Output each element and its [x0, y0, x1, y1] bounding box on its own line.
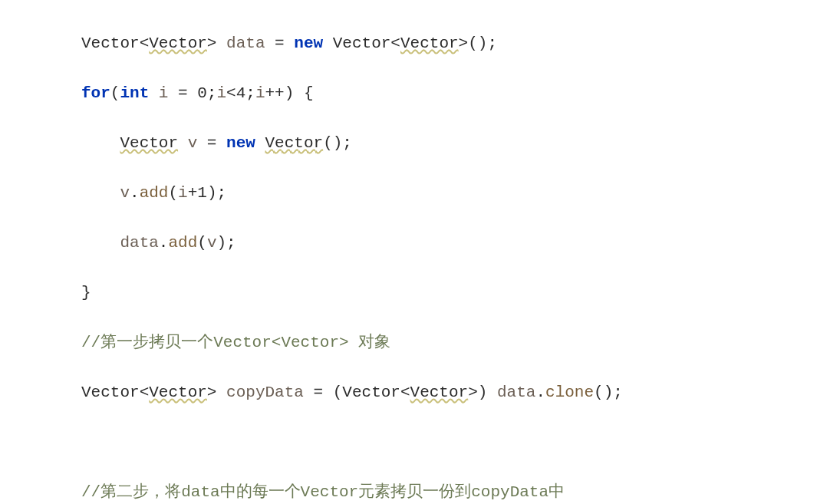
code-line: data.add(v);	[0, 231, 840, 256]
code-line: v.add(i+1);	[0, 181, 840, 206]
code-editor[interactable]: Vector<Vector> data = new Vector<Vector>…	[0, 0, 840, 504]
code-line: Vector<Vector> data = new Vector<Vector>…	[0, 31, 840, 57]
code-line-comment: //第二步，将data中的每一个Vector元素拷贝一份到copyData中	[0, 480, 840, 504]
code-line-comment: //第一步拷贝一个Vector<Vector> 对象	[0, 331, 840, 356]
code-line-blank	[0, 430, 840, 456]
code-line: for(int i = 0;i<4;i++) {	[0, 81, 840, 107]
code-line: Vector v = new Vector();	[0, 131, 840, 156]
code-line: Vector<Vector> copyData = (Vector<Vector…	[0, 380, 840, 406]
code-line: }	[0, 281, 840, 306]
